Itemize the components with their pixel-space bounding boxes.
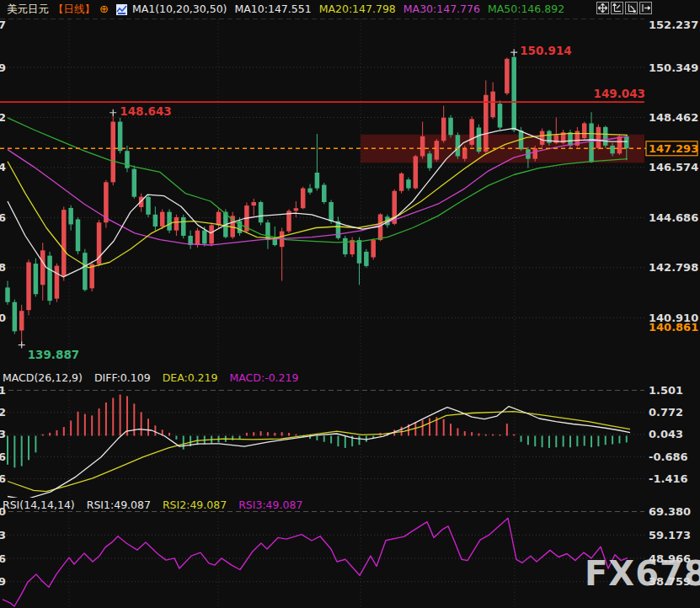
ma20-value: MA20:147.798 xyxy=(319,0,396,19)
candle-body xyxy=(420,136,425,157)
candle-body xyxy=(406,179,411,188)
y-axis-label-left-clipped: 142.798 xyxy=(0,261,6,274)
candle-body xyxy=(160,212,165,227)
price-pane xyxy=(5,52,644,344)
y-axis-label-left-clipped: 150.349 xyxy=(0,61,6,74)
y-axis-label: 152.237 xyxy=(649,19,698,31)
low-axis-marker-label: 140.861 xyxy=(649,321,698,333)
y-axis-label: 144.686 xyxy=(649,211,698,224)
candle-body xyxy=(132,169,137,197)
macd-header: MACD(26,12,9) DIFF:0.109 DEA:0.219 MACD:… xyxy=(3,371,307,384)
candle-body xyxy=(456,135,461,156)
candle-body xyxy=(589,123,594,162)
y-axis-label-left-clipped: 0.043 xyxy=(0,428,6,440)
candle-body xyxy=(617,136,623,153)
candle-body xyxy=(181,217,186,236)
candle-body xyxy=(47,256,52,301)
extreme-marker-icon xyxy=(19,342,25,349)
y-axis-label: 150.349 xyxy=(649,61,698,74)
candle-body xyxy=(364,252,369,266)
candle-body xyxy=(34,264,39,294)
y-axis-label: 0.043 xyxy=(649,428,683,440)
macd-title: MACD(26,12,9) xyxy=(3,371,83,384)
high-annotation: 150.914 xyxy=(520,44,572,57)
candle-body xyxy=(498,104,503,127)
zoom-x-axis-button[interactable] xyxy=(611,2,623,14)
candle-body xyxy=(259,202,264,222)
rsi-line xyxy=(3,518,628,606)
low-annotation: 139.887 xyxy=(28,348,79,361)
crosshair-pan-button[interactable] xyxy=(596,2,609,14)
ma-settings-label: MA1(10,20,30,50) xyxy=(132,0,227,19)
candle-body xyxy=(357,240,362,264)
chart-header: 美元日元 【日线】 ⊕ MA1(10,20,30,50) MA10:147.55… xyxy=(0,0,700,19)
candle-body xyxy=(209,225,214,243)
y-axis-label-left-clipped: 146.574 xyxy=(0,161,6,173)
candle-body xyxy=(603,127,608,146)
resistance-label: 149.043 xyxy=(594,87,646,100)
crosshair-pan-icon xyxy=(598,3,607,13)
ma30-value: MA30:147.776 xyxy=(403,0,480,19)
candle-body xyxy=(469,119,474,145)
candle-body xyxy=(55,266,60,299)
candle-body xyxy=(307,189,313,193)
candle-body xyxy=(462,148,468,159)
y-axis-label-left-clipped: 59.173 xyxy=(0,529,6,541)
expand-plus-icon[interactable]: ⊕ xyxy=(99,0,109,19)
candle-body xyxy=(533,148,538,159)
candle-body xyxy=(315,173,320,189)
zoom-y-axis-icon xyxy=(627,3,636,13)
candle-body xyxy=(61,210,67,276)
chart-toolbar xyxy=(596,2,652,14)
candle-body xyxy=(343,238,348,254)
candle-body xyxy=(596,127,601,148)
y-axis-label: 1.501 xyxy=(649,384,683,397)
candle-body xyxy=(435,141,440,159)
watermark: FX678 xyxy=(585,554,700,593)
go-to-latest-icon xyxy=(641,3,650,13)
zoom-y-axis-button[interactable] xyxy=(625,2,638,14)
y-axis-label: 146.574 xyxy=(649,161,698,173)
candle-body xyxy=(76,219,81,251)
candle-body xyxy=(427,153,432,168)
candle-body xyxy=(89,264,94,289)
candle-body xyxy=(111,122,116,183)
y-axis-label: 0.772 xyxy=(649,406,683,419)
go-to-latest-button[interactable] xyxy=(639,2,652,14)
candle-body xyxy=(582,123,587,138)
rsi-pane xyxy=(3,518,628,606)
candle-body xyxy=(68,208,73,225)
candle-body xyxy=(399,173,404,191)
ma50-value: MA50:146.892 xyxy=(488,0,564,19)
y-axis-label: 69.380 xyxy=(649,505,691,518)
candle-body xyxy=(195,231,200,245)
candle-body xyxy=(202,231,207,244)
candle-body xyxy=(540,131,545,145)
y-axis-label: 142.798 xyxy=(649,261,698,274)
candle-body xyxy=(238,221,243,232)
candle-body xyxy=(378,214,383,240)
y-axis-label-left-clipped: 152.237 xyxy=(0,19,6,31)
candle-body xyxy=(26,262,31,310)
chart-canvas[interactable]: 152.237152.237150.349150.349148.462148.4… xyxy=(0,0,700,608)
rsi2-value: RSI2:49.087 xyxy=(163,499,227,511)
candle-body xyxy=(511,57,516,131)
candle-body xyxy=(484,95,489,152)
y-axis-label-left-clipped: -0.686 xyxy=(0,451,6,463)
diff-line xyxy=(8,407,630,499)
candle-body xyxy=(294,208,299,211)
candle-body xyxy=(40,250,45,285)
candle-body xyxy=(146,197,151,215)
zoom-x-axis-icon xyxy=(612,3,622,13)
chart-type-icon[interactable] xyxy=(116,4,127,15)
macd-pane xyxy=(8,395,630,500)
symbol-name[interactable]: 美元日元 xyxy=(7,0,49,19)
y-axis-label: -1.416 xyxy=(649,472,688,485)
y-axis-label-left-clipped: 148.462 xyxy=(0,111,6,124)
candle-body xyxy=(322,185,327,202)
candle-body xyxy=(610,146,615,153)
candle-body xyxy=(414,156,419,188)
candle-body xyxy=(118,122,123,152)
macd-diff-value: DIFF:0.109 xyxy=(94,371,151,384)
period-selector[interactable]: 【日线】 xyxy=(53,0,95,19)
